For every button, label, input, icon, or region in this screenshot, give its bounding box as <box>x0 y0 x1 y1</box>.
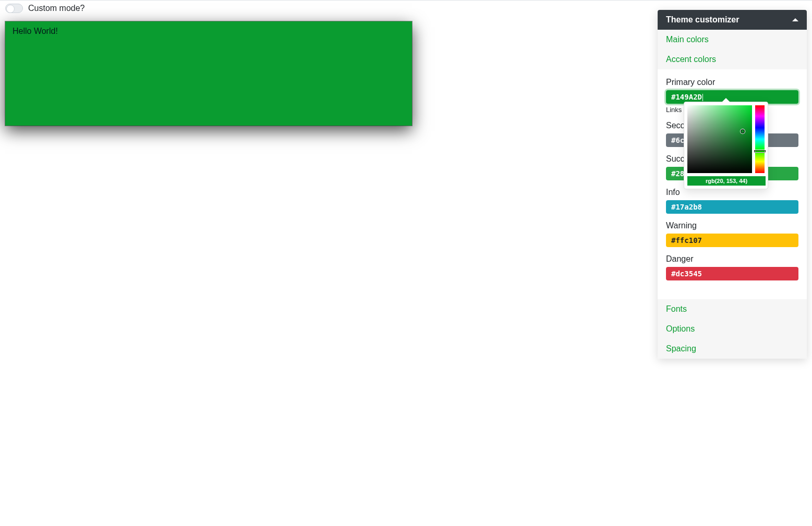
hue-cursor-icon <box>754 150 766 152</box>
hello-world-panel: Hello World! <box>5 21 412 126</box>
customizer-sections-bottom: Fonts Options Spacing <box>658 299 807 359</box>
section-main-colors[interactable]: Main colors <box>658 30 807 50</box>
custom-mode-label: Custom mode? <box>28 4 85 13</box>
accent-colors-section: Primary color #149A2D Links a Secor #6c7… <box>658 69 807 299</box>
saturation-cursor-icon <box>741 129 745 133</box>
section-fonts[interactable]: Fonts <box>658 299 807 319</box>
danger-color-label: Danger <box>666 254 798 264</box>
text-cursor-icon <box>702 94 703 101</box>
theme-customizer-header[interactable]: Theme customizer <box>658 10 807 30</box>
warning-color-input[interactable]: #ffc107 <box>666 234 798 247</box>
section-options[interactable]: Options <box>658 319 807 339</box>
danger-color-input[interactable]: #dc3545 <box>666 267 798 280</box>
color-hue-slider[interactable] <box>755 105 765 173</box>
hello-world-text: Hello World! <box>13 27 58 35</box>
color-picker-popover: rgb(20, 153, 44) <box>684 102 768 189</box>
section-accent-colors[interactable]: Accent colors <box>658 50 807 69</box>
warning-color-label: Warning <box>666 221 798 230</box>
primary-color-label: Primary color <box>666 78 798 87</box>
section-spacing[interactable]: Spacing <box>658 339 807 359</box>
info-color-input[interactable]: #17a2b8 <box>666 200 798 214</box>
chevron-up-icon <box>792 18 798 21</box>
color-picker-readout: rgb(20, 153, 44) <box>687 176 766 186</box>
custom-mode-toggle[interactable] <box>5 4 23 13</box>
color-saturation-box[interactable] <box>687 105 752 173</box>
theme-customizer-panel: Theme customizer Main colors Accent colo… <box>658 10 807 359</box>
theme-customizer-title: Theme customizer <box>666 15 739 25</box>
customizer-sections-top: Main colors Accent colors <box>658 30 807 69</box>
